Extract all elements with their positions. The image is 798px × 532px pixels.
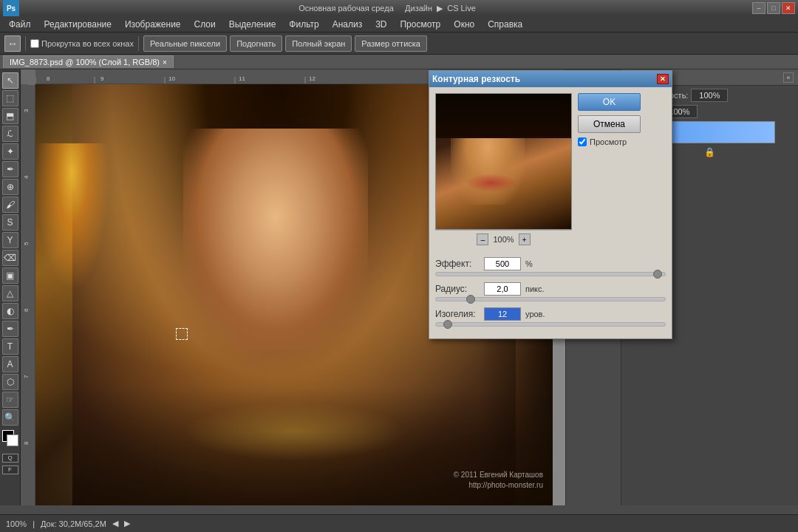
scroll-all-checkbox[interactable] (30, 39, 39, 48)
tool-blur[interactable]: △ (2, 285, 18, 301)
dialog-titlebar: Контурная резкость ✕ (429, 71, 672, 87)
effect-slider-track[interactable] (435, 272, 666, 276)
tool-arrow[interactable]: ↖ (2, 72, 18, 89)
menu-window[interactable]: Окно (448, 18, 480, 31)
tool-path[interactable]: A (2, 356, 18, 372)
toolbar-sep-2 (138, 36, 139, 51)
tool-eyedropper[interactable]: ✒ (2, 161, 18, 177)
titlebar: Ps Основная рабочая среда Дизайн ▶ CS Li… (0, 0, 798, 16)
radius-slider-track[interactable] (435, 297, 666, 301)
fullscreen-button[interactable]: Полный экран (285, 35, 352, 52)
menu-edit[interactable]: Редактирование (38, 18, 117, 31)
tool-clone[interactable]: S (2, 214, 18, 231)
tool-history[interactable]: Y (2, 232, 18, 248)
svg-text:3: 3 (23, 109, 30, 112)
close-button[interactable]: ✕ (782, 2, 795, 14)
ok-button[interactable]: OK (578, 93, 641, 111)
tool-eraser[interactable]: ⌫ (2, 250, 18, 266)
menu-help[interactable]: Справка (482, 18, 528, 31)
tool-gradient[interactable]: ▣ (2, 267, 18, 284)
opacity-input[interactable] (691, 89, 728, 102)
radius-slider-thumb[interactable] (466, 295, 475, 304)
toolbar-sep-1 (25, 36, 26, 51)
tool-lasso[interactable]: ℒ (2, 126, 18, 142)
tool-crop[interactable]: ⬚ (2, 90, 18, 106)
svg-text:6: 6 (23, 308, 30, 312)
preview-zoom-controls: – 100% + (435, 230, 572, 248)
svg-text:11: 11 (239, 75, 245, 82)
tool-select[interactable]: ⬒ (2, 108, 18, 124)
menu-file[interactable]: Файл (3, 18, 37, 31)
threshold-label-row: Изогелия: уров. (435, 307, 666, 321)
fit-button[interactable]: Подогнать (230, 35, 282, 52)
menubar: Файл Редактирование Изображение Слои Выд… (0, 16, 798, 33)
menu-select[interactable]: Выделение (223, 18, 282, 31)
effect-row: Эффект: % (435, 257, 666, 276)
scroll-all-windows-label: Прокрутка во всех окнах (30, 39, 134, 48)
workspace-label: Основная рабочая среда (299, 4, 394, 13)
dialog-preview-image[interactable] (435, 93, 572, 230)
menu-analysis[interactable]: Анализ (327, 18, 369, 31)
titlebar-left: Ps (3, 0, 22, 16)
threshold-input[interactable] (484, 307, 521, 321)
cancel-button[interactable]: Отмена (578, 115, 641, 133)
unsharp-mask-dialog: Контурная резкость ✕ – 100% + (429, 70, 672, 339)
tool-heal[interactable]: ⊕ (2, 179, 18, 195)
preview-toggle-row: Просмотр (578, 137, 666, 146)
svg-text:4: 4 (23, 175, 30, 179)
tool-zoom[interactable]: 🔍 (2, 409, 18, 426)
quick-mask[interactable]: Q (2, 454, 18, 463)
actual-pixels-button[interactable]: Реальные пиксели (143, 35, 227, 52)
menu-image[interactable]: Изображение (119, 18, 187, 31)
tool-pen[interactable]: ✒ (2, 321, 18, 337)
main-area: ↖ ⬚ ⬒ ℒ ✦ ✒ ⊕ 🖌 S Y ⌫ ▣ △ ◐ ✒ T A ⬡ ☞ 🔍 … (0, 69, 798, 505)
svg-text:8: 8 (47, 75, 50, 82)
menu-3d[interactable]: 3D (369, 18, 392, 31)
maximize-button[interactable]: □ (767, 2, 780, 14)
threshold-slider-track[interactable] (435, 322, 666, 327)
radius-input[interactable] (484, 282, 521, 296)
minimize-button[interactable]: – (752, 2, 765, 14)
screen-mode[interactable]: F (2, 466, 18, 474)
menu-filter[interactable]: Фильтр (283, 18, 324, 31)
svg-text:5: 5 (23, 242, 30, 245)
effect-input[interactable] (484, 257, 521, 270)
toolbar: ↔ Прокрутка во всех окнах Реальные пиксе… (0, 33, 798, 55)
threshold-slider-thumb[interactable] (443, 320, 452, 329)
tool-magic-wand[interactable]: ✦ (2, 143, 18, 160)
zoom-value: 100% (493, 235, 514, 244)
tool-hand[interactable]: ☞ (2, 392, 18, 408)
svg-text:7: 7 (23, 375, 30, 378)
svg-text:9: 9 (100, 75, 104, 82)
panel-expand-btn[interactable]: « (783, 72, 794, 83)
menu-layers[interactable]: Слои (188, 18, 222, 31)
cs-live-label: CS Live (447, 4, 476, 13)
statusbar-separator: | (33, 519, 35, 528)
document-tab[interactable]: IMG_8873.psd @ 100% (Слой 1, RGB/8) × (3, 55, 174, 68)
tool-shape[interactable]: ⬡ (2, 374, 18, 390)
jewelry-highlight (183, 402, 405, 461)
print-size-button[interactable]: Размер оттиска (355, 35, 427, 52)
tool-text[interactable]: T (2, 338, 18, 355)
titlebar-buttons: – □ ✕ (752, 2, 795, 14)
effect-slider-thumb[interactable] (653, 270, 662, 279)
svg-text:8: 8 (23, 441, 30, 445)
photo-candle (35, 143, 109, 291)
tool-brush[interactable]: 🖌 (2, 197, 18, 213)
radius-label-row: Радиус: пикс. (435, 282, 666, 296)
tool-dodge[interactable]: ◐ (2, 303, 18, 319)
foreground-color[interactable] (2, 430, 18, 446)
selection-marquee (176, 328, 188, 340)
dialog-actions: OK Отмена Просмотр (578, 93, 666, 248)
preview-checkbox[interactable] (578, 137, 587, 146)
svg-text:12: 12 (309, 75, 316, 82)
nav-arrow-right[interactable]: ▶ (124, 519, 130, 528)
menu-view[interactable]: Просмотр (394, 18, 446, 31)
left-toolbar: ↖ ⬚ ⬒ ℒ ✦ ✒ ⊕ 🖌 S Y ⌫ ▣ △ ◐ ✒ T A ⬡ ☞ 🔍 … (0, 69, 21, 505)
tool-move[interactable]: ↔ (4, 35, 21, 52)
dialog-close-button[interactable]: ✕ (657, 74, 669, 84)
tab-close-button[interactable]: × (163, 58, 167, 66)
zoom-in-button[interactable]: + (519, 233, 531, 245)
nav-arrow-left[interactable]: ◀ (112, 519, 118, 528)
zoom-out-button[interactable]: – (477, 233, 488, 245)
